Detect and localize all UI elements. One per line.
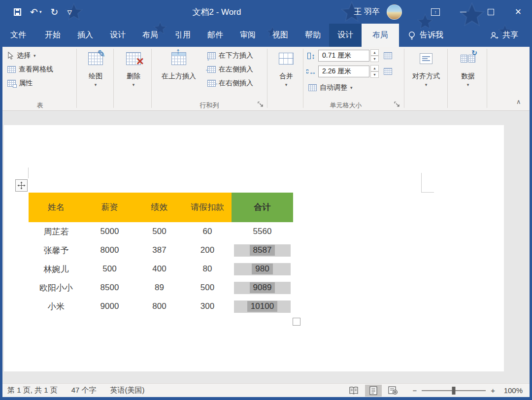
header-cell[interactable]: 请假扣款	[183, 193, 232, 222]
insert-above-button[interactable]: ↑ 在上方插入	[154, 49, 203, 81]
rows-columns-dialog-launcher[interactable]	[258, 101, 265, 108]
table-cell[interactable]: 80	[183, 260, 232, 278]
table-cell-total[interactable]: 10100	[232, 297, 293, 316]
ribbon-display-options-button[interactable]: ↑	[422, 0, 449, 24]
tab-table-layout-active[interactable]: 布局	[362, 24, 399, 47]
zoom-out-button[interactable]: −	[412, 386, 417, 395]
column-width-input[interactable]: 2.26 厘米	[318, 66, 369, 77]
table-cell[interactable]: 8000	[84, 241, 135, 260]
print-layout-button[interactable]	[365, 385, 382, 397]
distribute-rows-icon[interactable]	[384, 52, 392, 59]
table-cell[interactable]: 500	[183, 278, 232, 297]
table-cell[interactable]: 800	[135, 297, 183, 316]
header-cell[interactable]: 薪资	[84, 193, 135, 222]
tab-layout[interactable]: 布局	[134, 24, 166, 47]
zoom-level[interactable]: 100%	[500, 386, 523, 395]
table-cell[interactable]: 500	[84, 260, 135, 278]
table-cell[interactable]: 林婉儿	[29, 260, 84, 278]
formula-field[interactable]: 980	[234, 263, 291, 275]
header-cell[interactable]: 姓名	[29, 193, 84, 222]
header-cell-total[interactable]: 合计	[232, 193, 293, 222]
close-button[interactable]: ×	[504, 0, 532, 24]
avatar[interactable]	[387, 4, 402, 20]
formula-field[interactable]: 8587	[234, 244, 291, 257]
word-count[interactable]: 47 个字	[71, 386, 97, 395]
table-cell[interactable]: 200	[183, 241, 232, 260]
header-cell[interactable]: 绩效	[135, 193, 183, 222]
alignment-button[interactable]: 对齐方式 ▾	[407, 49, 445, 87]
tab-mailings[interactable]: 邮件	[199, 24, 232, 47]
insert-left-button[interactable]: ← 在左侧插入	[205, 63, 255, 76]
undo-dropdown-caret[interactable]: ▾	[39, 10, 42, 14]
formula-field[interactable]: 9089	[234, 282, 291, 294]
table-cell[interactable]: 8500	[84, 278, 135, 297]
maximize-button[interactable]	[477, 0, 504, 24]
formula-field[interactable]: 10100	[234, 300, 291, 313]
table-cell[interactable]: 89	[135, 278, 183, 297]
tell-me-button[interactable]: 告诉我	[401, 24, 450, 47]
tab-help[interactable]: 帮助	[297, 24, 329, 47]
spin-down-icon[interactable]: ▼	[370, 71, 379, 78]
tab-review[interactable]: 审阅	[232, 24, 264, 47]
table-resize-handle[interactable]	[293, 318, 300, 326]
table-cell-total[interactable]: 980	[232, 260, 293, 278]
zoom-slider[interactable]	[422, 390, 486, 391]
distribute-columns-icon[interactable]	[384, 68, 392, 75]
tab-references[interactable]: 引用	[166, 24, 199, 47]
save-button[interactable]	[14, 8, 21, 16]
table-cell[interactable]: 周芷若	[29, 222, 84, 241]
redo-button[interactable]: ↻	[50, 7, 58, 17]
insert-below-button[interactable]: ↓ 在下方插入	[205, 49, 255, 62]
table-cell-total[interactable]: 8587	[232, 241, 293, 260]
tab-insert[interactable]: 插入	[69, 24, 101, 47]
tab-design[interactable]: 设计	[101, 24, 134, 47]
minimize-button[interactable]	[449, 0, 477, 24]
language-indicator[interactable]: 英语(美国)	[110, 386, 145, 395]
table-cell[interactable]: 小米	[29, 297, 84, 316]
read-mode-button[interactable]	[345, 385, 362, 397]
undo-button[interactable]: ↶▾	[30, 7, 41, 17]
spin-up-icon[interactable]: ▲	[370, 65, 379, 71]
draw-table-button[interactable]: ✎ 绘图 ▾	[80, 49, 111, 87]
zoom-slider-thumb[interactable]	[452, 387, 456, 395]
table-cell-total[interactable]: 5560	[232, 222, 293, 241]
tab-file[interactable]: 文件	[0, 24, 36, 47]
web-layout-button[interactable]	[385, 385, 401, 397]
insert-right-button[interactable]: → 在右侧插入	[205, 77, 255, 90]
autofit-button[interactable]: 自动调整 ▾	[306, 81, 355, 94]
table-move-handle[interactable]	[15, 179, 28, 192]
delete-button[interactable]: × 删除 ▾	[117, 49, 150, 87]
select-button[interactable]: 选择 ▾	[5, 49, 38, 62]
page[interactable]: 姓名 薪资 绩效 请假扣款 合计 周芷若 5000 500 60 5560	[4, 125, 504, 371]
row-height-input[interactable]: 0.71 厘米	[318, 50, 369, 62]
table-cell[interactable]: 欧阳小小	[29, 278, 84, 297]
table-cell[interactable]: 60	[183, 222, 232, 241]
table-cell[interactable]: 500	[135, 222, 183, 241]
customize-qat-button[interactable]: ▿	[67, 7, 72, 17]
tab-table-design[interactable]: 设计	[329, 24, 362, 47]
spin-down-icon[interactable]: ▼	[370, 56, 379, 62]
table-cell[interactable]: 400	[135, 260, 183, 278]
view-gridlines-button[interactable]: 查看网格线	[5, 63, 55, 76]
tab-view[interactable]: 视图	[264, 24, 297, 47]
table-cell[interactable]: 9000	[84, 297, 135, 316]
column-width-stepper[interactable]: ▲▼	[370, 65, 379, 78]
page-indicator[interactable]: 第 1 页, 共 1 页	[7, 386, 58, 395]
user-name[interactable]: 王 羽卒	[354, 7, 380, 17]
zoom-in-button[interactable]: +	[491, 386, 495, 395]
table-cell[interactable]: 张馨予	[29, 241, 84, 260]
table-properties-button[interactable]: 属性	[5, 77, 34, 90]
row-height-stepper[interactable]: ▲▼	[370, 49, 379, 62]
collapse-ribbon-button[interactable]: ∧	[516, 98, 521, 105]
merge-button[interactable]: 合并 ▾	[270, 49, 302, 87]
spin-up-icon[interactable]: ▲	[370, 49, 379, 56]
tab-home[interactable]: 开始	[36, 24, 69, 47]
table-cell[interactable]: 387	[135, 241, 183, 260]
table-cell[interactable]: 300	[183, 297, 232, 316]
data-button[interactable]: ↻ 数据 ▾	[451, 49, 485, 87]
table-cell[interactable]: 5000	[84, 222, 135, 241]
share-button[interactable]: 共享	[476, 24, 532, 47]
table-cell-total[interactable]: 9089	[232, 278, 293, 297]
cell-size-dialog-launcher[interactable]	[394, 101, 401, 108]
salary-table[interactable]: 姓名 薪资 绩效 请假扣款 合计 周芷若 5000 500 60 5560	[29, 193, 293, 316]
